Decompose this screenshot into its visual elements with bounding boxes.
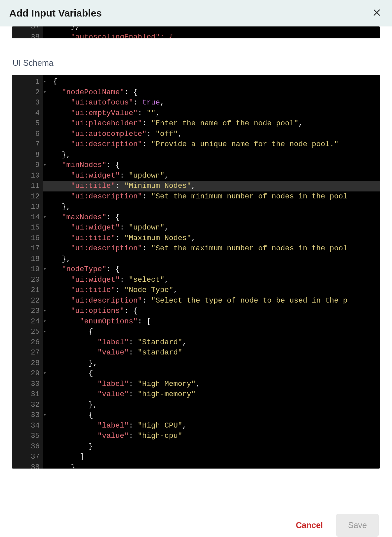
line-number: 30 [12,379,42,390]
line-number: 1 [12,77,42,87]
line-number: 38 [12,462,42,469]
line-number: 11 [12,181,42,191]
code-line[interactable]: "ui:description": "Select the type of no… [53,296,380,306]
code-line[interactable]: }, [53,202,380,212]
line-number: 28 [12,358,42,369]
close-icon [372,8,381,17]
line-number: 3 [12,98,42,108]
line-number: 23 [12,306,42,316]
ui-schema-editor[interactable]: 1234567891011121314151617181920212223242… [12,75,380,469]
line-number: 8 [12,150,42,160]
line-number: 14 [12,212,42,223]
code-line[interactable]: "ui:widget": "updown", [53,171,380,181]
line-number: 9 [12,160,42,171]
dialog-title: Add Input Variables [9,8,102,19]
code-line[interactable]: "value": "high-memory" [53,389,380,400]
line-number: 38 [12,32,42,39]
code-line[interactable]: { [53,327,380,337]
code-line[interactable]: "value": "standard" [53,348,380,358]
code-line[interactable]: "ui:widget": "updown", [53,223,380,233]
line-number: 29 [12,368,42,379]
editor-gutter: 3738 [12,26,43,38]
line-number: 34 [12,421,42,431]
cancel-button[interactable]: Cancel [292,518,327,533]
code-line[interactable]: "ui:title": "Maximum Nodes", [53,233,380,244]
line-number: 32 [12,400,42,410]
code-line[interactable]: "label": "High CPU", [53,421,380,431]
save-button[interactable]: Save [336,514,379,537]
line-number: 27 [12,348,42,358]
editor-code[interactable]: }, "autoscalingEnabled": { [43,26,380,38]
code-line[interactable]: }, [53,400,380,410]
line-number: 10 [12,171,42,181]
code-line[interactable]: "ui:description": "Set the maximum numbe… [53,243,380,254]
code-line[interactable]: "ui:emptyValue": "", [53,108,380,119]
line-number: 25 [12,327,42,337]
add-input-variables-dialog: Add Input Variables 3738 }, "autoscaling… [0,0,392,537]
code-line[interactable]: "nodePoolName": { [53,87,380,98]
code-line[interactable]: }, [53,358,380,369]
code-line[interactable]: }, [53,150,380,160]
code-line[interactable]: }, [53,26,380,32]
line-number: 5 [12,118,42,129]
code-line[interactable]: } [53,441,380,452]
code-line[interactable]: { [53,77,380,87]
code-line[interactable]: "ui:title": "Minimum Nodes", [43,181,380,191]
code-line[interactable]: "minNodes": { [53,160,380,171]
line-number: 33 [12,410,42,421]
line-number: 17 [12,243,42,254]
code-line[interactable]: { [53,410,380,421]
code-line[interactable]: }, [53,254,380,265]
editor-code[interactable]: { "nodePoolName": { "ui:autofocus": true… [43,75,380,469]
code-line[interactable]: { [53,368,380,379]
code-line[interactable]: "maxNodes": { [53,212,380,223]
code-line[interactable]: ] [53,452,380,462]
line-number: 37 [12,452,42,462]
code-line[interactable]: "value": "high-cpu" [53,431,380,441]
code-line[interactable]: "nodeType": { [53,264,380,275]
line-number: 6 [12,129,42,140]
line-number: 13 [12,202,42,212]
code-line[interactable]: "ui:description": "Set the minimum numbe… [53,191,380,202]
line-number: 15 [12,223,42,233]
line-number: 24 [12,316,42,327]
line-number: 26 [12,337,42,348]
line-number: 21 [12,285,42,296]
code-line[interactable]: "enumOptions": [ [53,316,380,327]
line-number: 22 [12,296,42,306]
code-line[interactable]: "ui:description": "Provide a unique name… [53,139,380,150]
line-number: 16 [12,233,42,244]
code-line[interactable]: "ui:title": "Node Type", [53,285,380,296]
editor-gutter: 1234567891011121314151617181920212223242… [12,75,43,469]
dialog-footer: Cancel Save [0,501,392,537]
line-number: 18 [12,254,42,265]
ui-schema-label: UI Schema [13,58,380,68]
line-number: 31 [12,389,42,400]
close-button[interactable] [371,7,383,20]
line-number: 37 [12,26,42,32]
line-number: 36 [12,441,42,452]
line-number: 4 [12,108,42,119]
line-number: 7 [12,139,42,150]
code-line[interactable]: } [53,462,380,469]
json-schema-editor[interactable]: 3738 }, "autoscalingEnabled": { [12,26,380,38]
code-line[interactable]: "ui:widget": "select", [53,275,380,285]
line-number: 35 [12,431,42,441]
dialog-header: Add Input Variables [0,0,392,26]
dialog-body: 3738 }, "autoscalingEnabled": { UI Schem… [0,26,392,478]
code-line[interactable]: "ui:autocomplete": "off", [53,129,380,140]
code-line[interactable]: "ui:autofocus": true, [53,98,380,108]
line-number: 19 [12,264,42,275]
code-line[interactable]: "autoscalingEnabled": { [53,32,380,39]
line-number: 12 [12,191,42,202]
line-number: 20 [12,275,42,285]
code-line[interactable]: "ui:placeholder": "Enter the name of the… [53,118,380,129]
code-line[interactable]: "label": "High Memory", [53,379,380,390]
line-number: 2 [12,87,42,98]
code-line[interactable]: "label": "Standard", [53,337,380,348]
code-line[interactable]: "ui:options": { [53,306,380,316]
